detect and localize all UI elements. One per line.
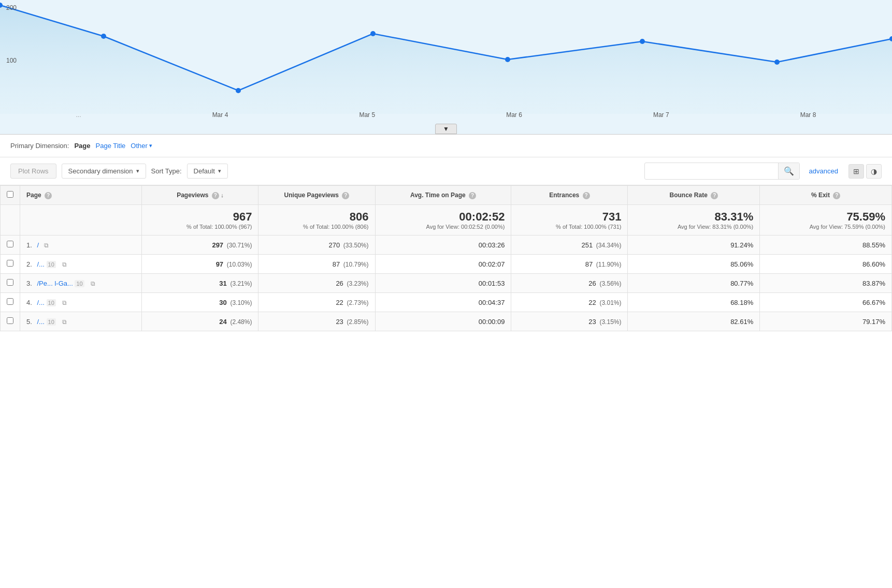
row3-checkbox-cell[interactable]	[1, 274, 20, 293]
row2-checkbox-cell[interactable]	[1, 255, 20, 274]
totals-pct-exit-cell: 75.59% Avg for View: 75.59% (0.00%)	[760, 205, 892, 236]
y-label-100: 100	[6, 57, 17, 64]
chart-collapse-button[interactable]: ▼	[435, 124, 457, 134]
secondary-dimension-dropdown[interactable]: Secondary dimension ▾	[62, 164, 146, 179]
copy-icon[interactable]: ⧉	[62, 261, 67, 268]
search-input[interactable]	[645, 164, 778, 178]
advanced-link[interactable]: advanced	[809, 167, 838, 175]
row2-pageviews-cell: 97 (10.03%)	[142, 255, 258, 274]
row4-badge: 10	[47, 299, 56, 306]
totals-avg-time-cell: 00:02:52 Avg for View: 00:02:52 (0.00%)	[375, 205, 511, 236]
totals-entrances-main: 731	[517, 210, 621, 224]
row1-number: 1.	[26, 241, 32, 249]
svg-point-3	[236, 88, 241, 93]
row1-entrances: 251	[581, 241, 593, 249]
totals-page-cell	[20, 205, 142, 236]
totals-avg-time-sub: Avg for View: 00:02:52 (0.00%)	[382, 224, 505, 230]
col-unique-pageviews-help-icon[interactable]: ?	[342, 192, 349, 199]
row4-page-link[interactable]: /...	[37, 299, 44, 306]
row5-badge: 10	[47, 318, 56, 326]
row3-number: 3.	[26, 280, 32, 287]
col-header-bounce-rate: Bounce Rate ?	[628, 186, 760, 205]
row5-checkbox[interactable]	[7, 317, 13, 324]
toolbar: Plot Rows Secondary dimension ▾ Sort Typ…	[0, 157, 892, 185]
search-box[interactable]: 🔍	[644, 163, 800, 180]
svg-point-2	[101, 34, 106, 39]
row3-unique-pv: 26	[336, 280, 343, 287]
dimension-page-title[interactable]: Page Title	[96, 142, 126, 150]
copy-icon[interactable]: ⧉	[91, 280, 95, 287]
row2-badge: 10	[47, 261, 56, 268]
col-avg-time-help-icon[interactable]: ?	[469, 192, 476, 199]
totals-bounce-rate-sub: Avg for View: 83.31% (0.00%)	[634, 224, 753, 230]
x-label-mar8: Mar 8	[800, 111, 816, 119]
col-pageviews-label: Pageviews	[177, 192, 208, 199]
plot-rows-button[interactable]: Plot Rows	[10, 164, 56, 179]
totals-pct-exit-sub: Avg for View: 75.59% (0.00%)	[766, 224, 885, 230]
row4-entrances-pct: (3.01%)	[599, 299, 621, 306]
search-button[interactable]: 🔍	[778, 163, 799, 179]
row1-pageviews-pct: (30.71%)	[227, 242, 252, 249]
row3-page-link[interactable]: /Pe... l-Ga...	[37, 280, 73, 287]
col-entrances-help-icon[interactable]: ?	[583, 192, 590, 199]
row5-page-link[interactable]: /...	[37, 318, 44, 326]
row4-entrances: 22	[588, 299, 596, 306]
row3-unique-pv-cell: 26 (3.23%)	[258, 274, 375, 293]
row4-checkbox[interactable]	[7, 298, 13, 305]
col-page-help-icon[interactable]: ?	[45, 192, 52, 199]
select-all-header[interactable]	[1, 186, 20, 205]
row3-pageviews: 31	[219, 280, 226, 287]
y-label-200: 200	[6, 4, 17, 11]
view-icons: ⊞ ◑	[848, 164, 882, 179]
row1-checkbox[interactable]	[7, 241, 13, 247]
row1-checkbox-cell[interactable]	[1, 236, 20, 255]
col-pct-exit-help-icon[interactable]: ?	[833, 192, 840, 199]
col-pageviews-help-icon[interactable]: ?	[212, 192, 219, 199]
row5-pct-exit-cell: 79.17%	[760, 312, 892, 331]
secondary-dimension-label: Secondary dimension	[68, 167, 133, 175]
totals-avg-time-main: 00:02:52	[382, 210, 505, 224]
row2-checkbox[interactable]	[7, 260, 13, 267]
col-bounce-rate-label: Bounce Rate	[670, 192, 708, 199]
copy-icon[interactable]: ⧉	[44, 242, 49, 249]
row2-number: 2.	[26, 260, 32, 268]
copy-icon[interactable]: ⧉	[62, 318, 67, 326]
row2-page-link[interactable]: /...	[37, 260, 44, 268]
row3-unique-pv-pct: (3.23%)	[347, 280, 368, 287]
row4-unique-pv-pct: (2.73%)	[347, 299, 368, 306]
sort-type-dropdown[interactable]: Default ▾	[187, 164, 228, 179]
row1-pct-exit-cell: 88.55%	[760, 236, 892, 255]
row1-page-link[interactable]: /	[37, 241, 39, 249]
dimension-page[interactable]: Page	[74, 142, 90, 150]
row2-unique-pv-cell: 87 (10.79%)	[258, 255, 375, 274]
dimension-other[interactable]: Other ▾	[131, 142, 152, 150]
grid-view-button[interactable]: ⊞	[848, 164, 864, 179]
chart-area: 200 100 ... Mar 4 Mar 5 Mar 6 Mar 7 Mar …	[0, 0, 892, 135]
svg-point-5	[505, 57, 510, 62]
row4-page-cell: 4. /... 10 ⧉	[20, 293, 142, 312]
row3-checkbox[interactable]	[7, 279, 13, 286]
secondary-dimension-arrow-icon: ▾	[136, 168, 139, 174]
row3-pct-exit-cell: 83.87%	[760, 274, 892, 293]
row3-pageviews-pct: (3.21%)	[230, 280, 252, 287]
row4-checkbox-cell[interactable]	[1, 293, 20, 312]
sort-dropdown-arrow-icon: ▾	[218, 168, 221, 174]
totals-unique-pageviews-cell: 806 % of Total: 100.00% (806)	[258, 205, 375, 236]
row5-bounce-rate-cell: 82.61%	[628, 312, 760, 331]
totals-bounce-rate-cell: 83.31% Avg for View: 83.31% (0.00%)	[628, 205, 760, 236]
select-all-checkbox[interactable]	[7, 191, 13, 198]
pie-view-button[interactable]: ◑	[866, 164, 882, 179]
row3-entrances-pct: (3.56%)	[599, 280, 621, 287]
row5-pageviews: 24	[219, 318, 226, 326]
col-page-label: Page	[26, 192, 41, 199]
row3-pageviews-cell: 31 (3.21%)	[142, 274, 258, 293]
totals-entrances-sub: % of Total: 100.00% (731)	[517, 224, 621, 230]
copy-icon[interactable]: ⧉	[62, 299, 67, 306]
col-bounce-rate-help-icon[interactable]: ?	[711, 192, 718, 199]
row5-checkbox-cell[interactable]	[1, 312, 20, 331]
col-header-pageviews[interactable]: Pageviews ? ↓	[142, 186, 258, 205]
table-row: 3. /Pe... l-Ga... 10 ⧉ 31 (3.21%) 26 (3.…	[1, 274, 892, 293]
row1-unique-pv-pct: (33.50%)	[343, 242, 369, 249]
row4-pageviews-cell: 30 (3.10%)	[142, 293, 258, 312]
x-label-dots: ...	[76, 111, 81, 119]
